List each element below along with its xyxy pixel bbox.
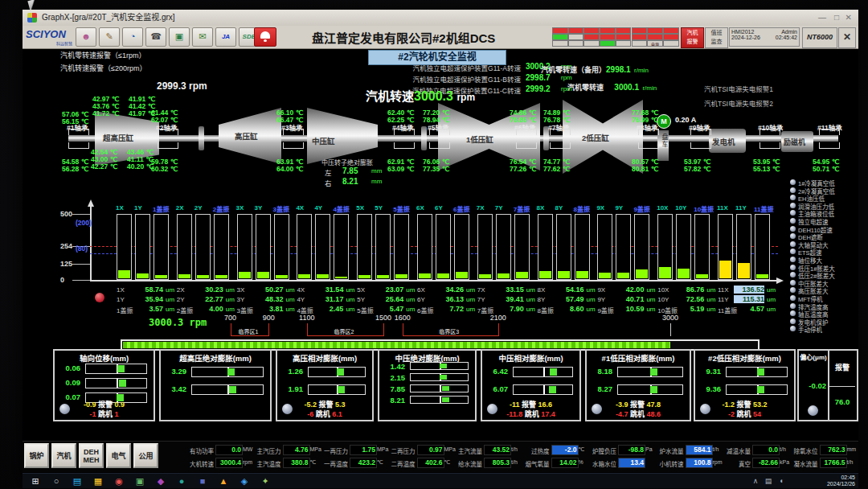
motor-icon[interactable]: M	[657, 114, 671, 129]
app-icon-10[interactable]: ✦	[259, 475, 272, 487]
tray-icon[interactable]: ◖	[776, 475, 787, 487]
vib-bar-outline	[538, 214, 553, 280]
app-icon-3[interactable]: ◉	[113, 475, 125, 487]
clock-icon[interactable]: ◔	[122, 27, 143, 47]
status-tile: 小机转速100.8rpm	[657, 458, 723, 468]
vib-axis-tick	[72, 214, 90, 215]
rpm-tick	[403, 323, 403, 336]
tile-value: 4.76	[283, 445, 310, 455]
mail-icon[interactable]: ✉	[192, 27, 213, 47]
maximize-button[interactable]: □	[834, 10, 839, 26]
trip-hi: 17.4	[541, 410, 555, 418]
bearing-bracket-bottom	[690, 142, 711, 149]
status-tile: 一再压力1.75MPa	[321, 445, 387, 455]
vib-bar-outline	[454, 214, 469, 280]
nav-button-1[interactable]: 锅炉	[24, 443, 49, 468]
nav-button-3[interactable]: DEH MEH	[79, 443, 104, 468]
monitor-icon[interactable]: ▣	[169, 27, 190, 47]
vib-bar-fill	[215, 275, 227, 278]
minimize-button[interactable]: —	[818, 10, 826, 26]
app-icon-7[interactable]: ■	[196, 475, 209, 487]
rpm-critical-zone-label: 临界区3	[439, 327, 459, 335]
panel-trip-row: -2 跳机 54	[695, 409, 794, 419]
panel-value: 1.26	[279, 367, 303, 376]
tray-icon[interactable]: ▤	[763, 475, 774, 487]
titlebar-close-button[interactable]: ✕	[845, 10, 852, 26]
vib-axis-y	[90, 206, 92, 280]
app-icon-9[interactable]: ◈	[238, 475, 251, 487]
vib-bar-outline	[237, 214, 252, 280]
bearing-temp-top: 66.10 ℃ 66.47 ℃	[276, 109, 303, 124]
start-button[interactable]: ⊞	[29, 475, 42, 487]
close-button[interactable]: ✕	[838, 27, 856, 48]
users-icon[interactable]: ☻	[76, 27, 96, 47]
tile-label: 烟气氧量	[522, 459, 550, 468]
tile-unit: ℃	[377, 459, 383, 466]
panel-title: 超高压绝对膨胀(mm)	[161, 352, 270, 364]
bearing-bracket-bottom	[550, 142, 571, 149]
app-icon-5[interactable]: ◆	[154, 475, 167, 487]
vib-bar-fill	[137, 273, 149, 278]
search-icon[interactable]: ○	[50, 475, 63, 487]
app-icon-1[interactable]: ▤	[71, 475, 84, 487]
nav-button-4[interactable]: 电气	[106, 443, 131, 468]
system-badge: NT6000	[802, 27, 837, 48]
bearing-bracket-bottom	[516, 142, 537, 149]
status-tile: 大机转速3000.4rpm	[186, 458, 253, 468]
app-icon-6[interactable]: ●	[175, 475, 188, 487]
vib-bar-label: 7盖振	[514, 204, 530, 213]
alarm-bell-icon[interactable]	[254, 27, 276, 47]
app-icon-8[interactable]: ▲	[217, 475, 230, 487]
panel-title: 中压相对膨胀(mm)	[482, 352, 579, 364]
tile-unit: mm	[847, 446, 857, 452]
nav-button-5[interactable]: 公用	[133, 443, 158, 468]
uhp-cylinder-label: 超高压缸	[103, 132, 133, 143]
rpm-critical-zone-line	[403, 335, 498, 336]
bearing-bracket-top	[429, 129, 450, 135]
tray-icon[interactable]: ∧	[750, 475, 761, 487]
panel-title: #1低压相对膨胀(mm)	[587, 352, 690, 364]
phone-icon[interactable]: ☎	[145, 27, 166, 47]
edit-icon[interactable]: ✎	[99, 27, 120, 47]
panel-trip-row: -1 跳机 1	[55, 409, 154, 419]
clock-date: 2024/12/26	[799, 481, 855, 487]
hp-cylinder-label: 高压缸	[235, 130, 258, 142]
tile-unit: MPa	[444, 446, 456, 452]
uhp-temp-top: 41.72 ℃	[92, 109, 119, 117]
expansion-panel: #1低压相对膨胀(mm)8.188.27-3.9 报警 47.8-4.7 跳机 …	[585, 349, 691, 421]
alarm-hi: 0.9	[115, 401, 125, 409]
vib-bar-fill	[617, 273, 629, 278]
trip-lo: -1	[89, 410, 96, 418]
os-taskbar: ⊞○▤▦◉▣◆●■▲◈✦∧▤◖02:452024/12/26	[23, 473, 858, 488]
panel-gauge-tick	[543, 368, 545, 376]
vib-value: 35.94	[133, 295, 163, 303]
vib-bar-fill	[276, 275, 288, 278]
tile-label: 二再压力	[388, 446, 416, 455]
tile-value: 380.8	[283, 458, 310, 468]
tile-unit: Pa	[645, 446, 653, 452]
alarm-hi: 16.6	[538, 401, 553, 409]
tile-value: 43.52	[484, 445, 511, 455]
nav-button-2[interactable]: 汽机	[51, 443, 76, 468]
vib-value-unit: um	[226, 296, 235, 303]
vib-bar-label: 11Y	[735, 204, 747, 212]
bearing-bracket-top	[690, 129, 711, 135]
vib-value-key: 2Y	[177, 296, 185, 303]
tile-label: 炉水流量	[657, 446, 684, 455]
turbine-alarm-button[interactable]: 汽机报警	[681, 27, 704, 48]
vib-value-key: 9X	[597, 286, 605, 294]
rpm-tick-label: 700	[221, 314, 240, 322]
ja-icon[interactable]: JA	[215, 27, 236, 47]
vib-value-key: 5Y	[357, 296, 365, 303]
zero-backup-row: 汽机零转速（备用）2998.1 r/min	[541, 61, 726, 76]
device-label: 汽机独立电超速保护装置G11-B转速	[288, 74, 521, 84]
panel-gauge-tick	[440, 385, 441, 392]
alarm-grid-cell	[552, 40, 568, 47]
vib-bar-outline	[496, 214, 511, 280]
app-icon-2[interactable]: ▦	[92, 475, 104, 487]
app-icon-4[interactable]: ▣	[133, 475, 146, 487]
vib-bar-label: 5X	[356, 204, 364, 212]
alarm-grid-cell	[632, 34, 648, 40]
vib-bar-outline	[417, 214, 432, 280]
alarm-lo: -11	[510, 401, 520, 409]
